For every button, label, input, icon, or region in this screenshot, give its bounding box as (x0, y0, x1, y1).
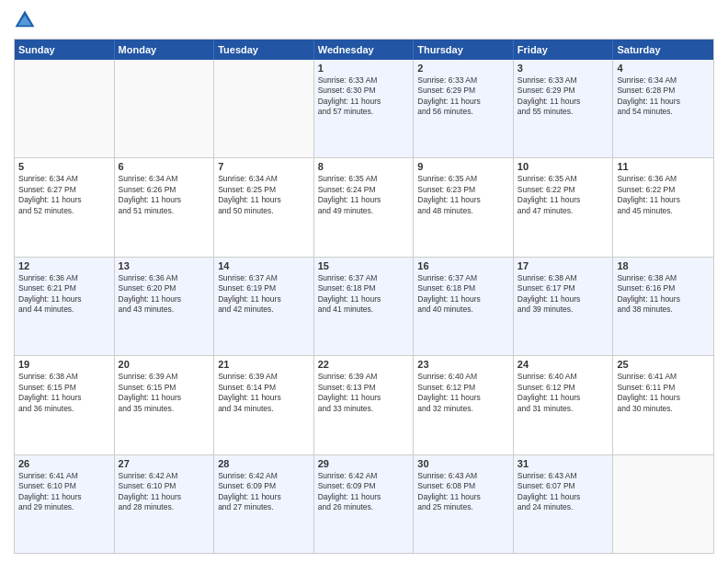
cell-sun-info: Sunrise: 6:33 AM Sunset: 6:29 PM Dayligh… (518, 75, 609, 118)
day-number: 22 (318, 359, 410, 370)
day-number: 13 (119, 260, 210, 271)
calendar-cell: 2Sunrise: 6:33 AM Sunset: 6:29 PM Daylig… (414, 60, 514, 157)
cell-sun-info: Sunrise: 6:35 AM Sunset: 6:22 PM Dayligh… (518, 174, 609, 216)
calendar-cell: 27Sunrise: 6:42 AM Sunset: 6:10 PM Dayli… (115, 455, 215, 553)
cell-sun-info: Sunrise: 6:38 AM Sunset: 6:16 PM Dayligh… (617, 273, 710, 316)
calendar-row: 19Sunrise: 6:38 AM Sunset: 6:15 PM Dayli… (15, 355, 713, 454)
day-number: 3 (518, 63, 609, 74)
calendar-cell: 28Sunrise: 6:42 AM Sunset: 6:09 PM Dayli… (214, 455, 314, 553)
cell-sun-info: Sunrise: 6:33 AM Sunset: 6:30 PM Dayligh… (318, 75, 410, 118)
calendar-header: SundayMondayTuesdayWednesdayThursdayFrid… (15, 40, 713, 60)
calendar-cell: 1Sunrise: 6:33 AM Sunset: 6:30 PM Daylig… (314, 60, 415, 157)
page: SundayMondayTuesdayWednesdayThursdayFrid… (0, 0, 728, 563)
calendar-cell (214, 60, 314, 157)
cell-sun-info: Sunrise: 6:37 AM Sunset: 6:18 PM Dayligh… (318, 273, 410, 316)
day-number: 25 (617, 359, 710, 370)
day-number: 10 (518, 161, 609, 172)
calendar: SundayMondayTuesdayWednesdayThursdayFrid… (14, 39, 714, 554)
cell-sun-info: Sunrise: 6:39 AM Sunset: 6:15 PM Dayligh… (119, 372, 210, 414)
calendar-cell: 20Sunrise: 6:39 AM Sunset: 6:15 PM Dayli… (115, 356, 215, 454)
cell-sun-info: Sunrise: 6:38 AM Sunset: 6:15 PM Dayligh… (18, 372, 110, 414)
weekday-header: Tuesday (214, 40, 314, 60)
cell-sun-info: Sunrise: 6:35 AM Sunset: 6:24 PM Dayligh… (318, 174, 410, 216)
day-number: 24 (518, 359, 609, 370)
cell-sun-info: Sunrise: 6:38 AM Sunset: 6:17 PM Dayligh… (518, 273, 609, 316)
day-number: 16 (417, 260, 509, 271)
calendar-cell: 4Sunrise: 6:34 AM Sunset: 6:28 PM Daylig… (613, 60, 713, 157)
calendar-cell: 17Sunrise: 6:38 AM Sunset: 6:17 PM Dayli… (514, 258, 614, 355)
cell-sun-info: Sunrise: 6:36 AM Sunset: 6:21 PM Dayligh… (18, 273, 110, 316)
day-number: 28 (218, 458, 310, 469)
calendar-cell (15, 60, 115, 157)
cell-sun-info: Sunrise: 6:35 AM Sunset: 6:23 PM Dayligh… (417, 174, 509, 216)
day-number: 4 (617, 63, 710, 74)
calendar-cell: 13Sunrise: 6:36 AM Sunset: 6:20 PM Dayli… (115, 258, 215, 355)
calendar-row: 26Sunrise: 6:41 AM Sunset: 6:10 PM Dayli… (15, 454, 713, 553)
day-number: 12 (18, 260, 110, 271)
day-number: 21 (218, 359, 310, 370)
calendar-cell: 30Sunrise: 6:43 AM Sunset: 6:08 PM Dayli… (414, 455, 514, 553)
cell-sun-info: Sunrise: 6:40 AM Sunset: 6:12 PM Dayligh… (518, 372, 609, 414)
logo-icon (14, 9, 36, 31)
calendar-cell: 16Sunrise: 6:37 AM Sunset: 6:18 PM Dayli… (414, 258, 514, 355)
calendar-cell: 10Sunrise: 6:35 AM Sunset: 6:22 PM Dayli… (514, 158, 614, 256)
weekday-header: Thursday (414, 40, 514, 60)
day-number: 19 (18, 359, 110, 370)
day-number: 8 (318, 161, 410, 172)
cell-sun-info: Sunrise: 6:42 AM Sunset: 6:10 PM Dayligh… (119, 471, 210, 513)
calendar-cell: 11Sunrise: 6:36 AM Sunset: 6:22 PM Dayli… (613, 158, 713, 256)
day-number: 17 (518, 260, 609, 271)
calendar-cell: 21Sunrise: 6:39 AM Sunset: 6:14 PM Dayli… (214, 356, 314, 454)
day-number: 14 (218, 260, 310, 271)
day-number: 15 (318, 260, 410, 271)
calendar-cell: 15Sunrise: 6:37 AM Sunset: 6:18 PM Dayli… (314, 258, 415, 355)
cell-sun-info: Sunrise: 6:40 AM Sunset: 6:12 PM Dayligh… (417, 372, 509, 414)
weekday-header: Sunday (15, 40, 115, 60)
day-number: 27 (119, 458, 210, 469)
calendar-body: 1Sunrise: 6:33 AM Sunset: 6:30 PM Daylig… (15, 60, 713, 553)
calendar-cell: 22Sunrise: 6:39 AM Sunset: 6:13 PM Dayli… (314, 356, 415, 454)
calendar-cell: 26Sunrise: 6:41 AM Sunset: 6:10 PM Dayli… (15, 455, 115, 553)
calendar-row: 1Sunrise: 6:33 AM Sunset: 6:30 PM Daylig… (15, 60, 713, 157)
calendar-cell: 7Sunrise: 6:34 AM Sunset: 6:25 PM Daylig… (214, 158, 314, 256)
cell-sun-info: Sunrise: 6:37 AM Sunset: 6:19 PM Dayligh… (218, 273, 310, 316)
calendar-cell: 25Sunrise: 6:41 AM Sunset: 6:11 PM Dayli… (613, 356, 713, 454)
weekday-header: Wednesday (314, 40, 415, 60)
cell-sun-info: Sunrise: 6:41 AM Sunset: 6:10 PM Dayligh… (18, 471, 110, 513)
day-number: 18 (617, 260, 710, 271)
calendar-cell (613, 455, 713, 553)
calendar-cell: 24Sunrise: 6:40 AM Sunset: 6:12 PM Dayli… (514, 356, 614, 454)
calendar-cell: 14Sunrise: 6:37 AM Sunset: 6:19 PM Dayli… (214, 258, 314, 355)
cell-sun-info: Sunrise: 6:34 AM Sunset: 6:26 PM Dayligh… (119, 174, 210, 216)
cell-sun-info: Sunrise: 6:39 AM Sunset: 6:13 PM Dayligh… (318, 372, 410, 414)
day-number: 29 (318, 458, 410, 469)
cell-sun-info: Sunrise: 6:34 AM Sunset: 6:25 PM Dayligh… (218, 174, 310, 216)
cell-sun-info: Sunrise: 6:39 AM Sunset: 6:14 PM Dayligh… (218, 372, 310, 414)
logo (14, 9, 40, 31)
calendar-cell: 6Sunrise: 6:34 AM Sunset: 6:26 PM Daylig… (115, 158, 215, 256)
day-number: 30 (417, 458, 509, 469)
calendar-cell: 18Sunrise: 6:38 AM Sunset: 6:16 PM Dayli… (613, 258, 713, 355)
cell-sun-info: Sunrise: 6:42 AM Sunset: 6:09 PM Dayligh… (318, 471, 410, 513)
day-number: 2 (417, 63, 509, 74)
calendar-row: 12Sunrise: 6:36 AM Sunset: 6:21 PM Dayli… (15, 257, 713, 355)
day-number: 9 (417, 161, 509, 172)
day-number: 20 (119, 359, 210, 370)
weekday-header: Saturday (613, 40, 713, 60)
cell-sun-info: Sunrise: 6:34 AM Sunset: 6:28 PM Dayligh… (617, 75, 710, 118)
calendar-row: 5Sunrise: 6:34 AM Sunset: 6:27 PM Daylig… (15, 157, 713, 256)
day-number: 5 (18, 161, 110, 172)
weekday-header: Monday (115, 40, 215, 60)
cell-sun-info: Sunrise: 6:41 AM Sunset: 6:11 PM Dayligh… (617, 372, 710, 414)
cell-sun-info: Sunrise: 6:43 AM Sunset: 6:08 PM Dayligh… (417, 471, 509, 513)
calendar-cell: 23Sunrise: 6:40 AM Sunset: 6:12 PM Dayli… (414, 356, 514, 454)
cell-sun-info: Sunrise: 6:34 AM Sunset: 6:27 PM Dayligh… (18, 174, 110, 216)
calendar-cell: 29Sunrise: 6:42 AM Sunset: 6:09 PM Dayli… (314, 455, 415, 553)
calendar-cell: 5Sunrise: 6:34 AM Sunset: 6:27 PM Daylig… (15, 158, 115, 256)
cell-sun-info: Sunrise: 6:33 AM Sunset: 6:29 PM Dayligh… (417, 75, 509, 118)
cell-sun-info: Sunrise: 6:42 AM Sunset: 6:09 PM Dayligh… (218, 471, 310, 513)
calendar-cell (115, 60, 215, 157)
day-number: 11 (617, 161, 710, 172)
calendar-cell: 12Sunrise: 6:36 AM Sunset: 6:21 PM Dayli… (15, 258, 115, 355)
day-number: 7 (218, 161, 310, 172)
